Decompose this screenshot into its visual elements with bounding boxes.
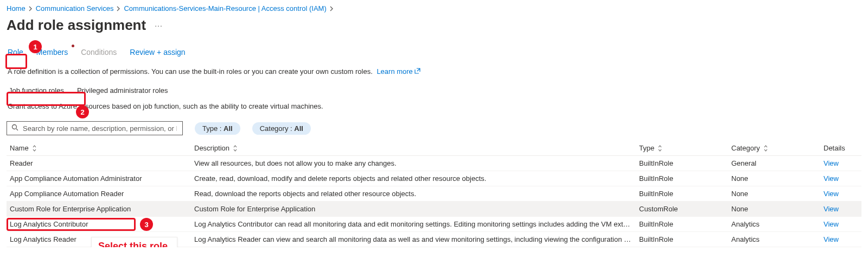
sort-icon — [763, 145, 768, 152]
filter-category-value: All — [294, 124, 303, 133]
cell-name: Custom Role for Enterprise Application — [10, 205, 194, 213]
cell-desc: Read, download the reports objects and r… — [194, 190, 639, 198]
cell-name: Log Analytics Contributor — [10, 220, 194, 228]
table-row[interactable]: Custom Role for Enterprise Application C… — [7, 202, 861, 217]
sort-icon — [32, 145, 37, 152]
column-category-label: Category — [731, 144, 760, 152]
cell-desc: Log Analytics Contributor can read all m… — [194, 220, 639, 228]
filter-row: Type : All Category : All — [7, 118, 861, 141]
cell-type: BuiltInRole — [639, 235, 731, 243]
sort-icon — [658, 145, 662, 152]
page-title: Add role assignment — [7, 17, 146, 34]
filter-type-label: Type : — [202, 124, 224, 133]
cell-cat: None — [731, 205, 824, 213]
column-details: Details — [824, 144, 867, 152]
cell-name: Reader — [10, 159, 194, 167]
cell-name: App Compliance Automation Reader — [10, 190, 194, 198]
table-header: Name Description Type Category Details — [7, 141, 861, 156]
cell-desc: Log Analytics Reader can view and search… — [194, 235, 639, 243]
column-type-label: Type — [639, 144, 654, 152]
cell-type: BuiltInRole — [639, 159, 731, 167]
table-row[interactable]: Log Analytics Contributor Log Analytics … — [7, 217, 861, 232]
table-row[interactable]: Reader View all resources, but does not … — [7, 156, 861, 171]
subtab-privileged-admin-roles[interactable]: Privileged administrator roles — [76, 84, 169, 97]
search-icon — [11, 124, 18, 133]
column-description-label: Description — [194, 144, 229, 152]
role-type-tabs: Job function roles Privileged administra… — [7, 79, 861, 99]
breadcrumb: Home Communication Services Communicatio… — [7, 4, 861, 15]
filter-category-label: Category : — [260, 124, 295, 133]
external-link-icon — [414, 68, 420, 74]
column-name-label: Name — [10, 144, 29, 152]
subtab-job-function-roles[interactable]: Job function roles — [8, 84, 65, 97]
column-category[interactable]: Category — [731, 144, 824, 152]
filter-type-value: All — [224, 124, 233, 133]
cell-type: BuiltInRole — [639, 174, 731, 183]
tab-review-assign[interactable]: Review + assign — [129, 46, 186, 59]
cell-type: BuiltInRole — [639, 190, 731, 198]
breadcrumb-resource-iam[interactable]: Communications-Services-Main-Resource | … — [124, 4, 326, 12]
roles-table: Name Description Type Category Details R… — [7, 141, 861, 247]
column-description[interactable]: Description — [194, 144, 639, 152]
chevron-right-icon — [117, 6, 120, 11]
filter-pill-type[interactable]: Type : All — [195, 122, 240, 135]
job-function-description: Grant access to Azure resources based on… — [7, 99, 861, 118]
cell-desc: View all resources, but does not allow y… — [194, 159, 639, 167]
search-box[interactable] — [7, 121, 183, 135]
view-link[interactable]: View — [824, 159, 867, 167]
filter-pill-category[interactable]: Category : All — [252, 122, 311, 135]
tab-role[interactable]: Role — [7, 46, 24, 59]
view-link[interactable]: View — [824, 220, 867, 228]
attention-dot-icon — [72, 45, 74, 47]
column-details-label: Details — [824, 144, 845, 152]
cell-cat: None — [731, 190, 824, 198]
chevron-right-icon — [29, 6, 33, 11]
tab-members-label: Members — [36, 48, 68, 57]
cell-cat: Analytics — [731, 235, 824, 243]
learn-more-link[interactable]: Learn more — [376, 67, 420, 76]
column-type[interactable]: Type — [639, 144, 731, 152]
cell-cat: None — [731, 174, 824, 183]
annotation-select-this-role: Select this role. — [91, 237, 177, 247]
column-name[interactable]: Name — [10, 144, 194, 152]
tab-members[interactable]: Members — [35, 46, 69, 59]
more-icon[interactable]: ··· — [155, 21, 163, 30]
breadcrumb-communication-services[interactable]: Communication Services — [36, 4, 114, 12]
role-description: A role definition is a collection of per… — [7, 64, 861, 79]
breadcrumb-home[interactable]: Home — [7, 4, 25, 12]
sort-icon — [233, 145, 238, 152]
cell-desc: Create, read, download, modify and delet… — [194, 174, 639, 183]
role-description-text: A role definition is a collection of per… — [8, 67, 373, 76]
svg-point-0 — [12, 125, 17, 129]
cell-cat: General — [731, 159, 824, 167]
view-link[interactable]: View — [824, 190, 867, 198]
table-row[interactable]: App Compliance Automation Administrator … — [7, 171, 861, 186]
cell-type: BuiltInRole — [639, 220, 731, 228]
search-input[interactable] — [22, 124, 178, 133]
title-row: Add role assignment ··· — [7, 15, 861, 46]
cell-cat: Analytics — [731, 220, 824, 228]
view-link[interactable]: View — [824, 205, 867, 213]
cell-name: App Compliance Automation Administrator — [10, 174, 194, 183]
tab-conditions: Conditions — [80, 46, 118, 59]
view-link[interactable]: View — [824, 235, 867, 243]
learn-more-label: Learn more — [376, 67, 412, 76]
tabs: Role Members Conditions Review + assign — [7, 46, 861, 64]
cell-type: CustomRole — [639, 205, 731, 213]
chevron-right-icon — [330, 6, 334, 11]
view-link[interactable]: View — [824, 174, 867, 183]
table-row[interactable]: App Compliance Automation Reader Read, d… — [7, 186, 861, 202]
cell-desc: Custom Role for Enterprise Application — [194, 205, 639, 213]
